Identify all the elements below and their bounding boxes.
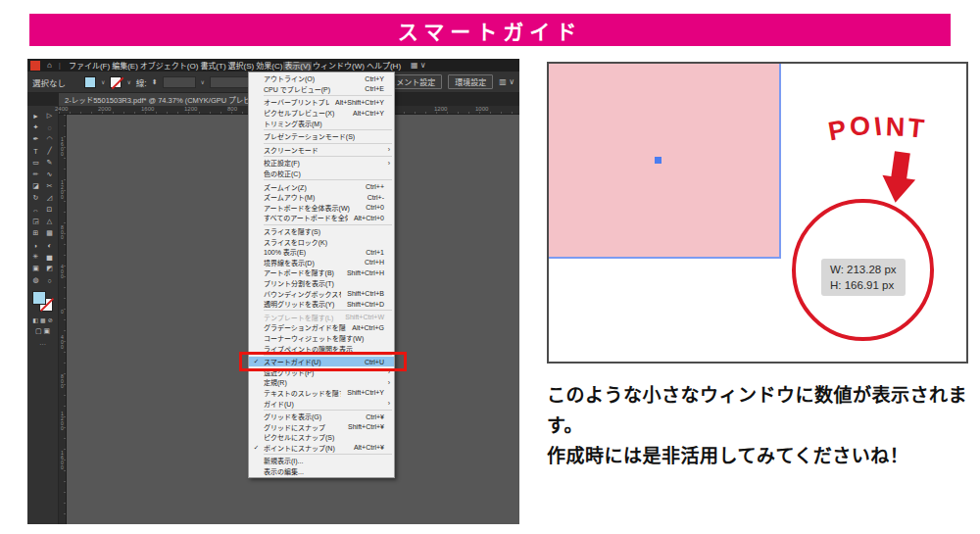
artboard-tool-icon[interactable]: ▣ [29, 263, 43, 274]
mesh-tool-icon[interactable]: ⊞ [29, 227, 43, 239]
shaper-tool-icon[interactable]: ∿ [43, 169, 57, 180]
home-icon[interactable]: ⌂ [47, 61, 52, 70]
menu-item[interactable]: ✓ポイントにスナップ(N)Alt+Ctrl+¥ [249, 443, 394, 454]
free-transform-tool-icon[interactable]: ⊡ [43, 204, 57, 216]
menu-item[interactable]: オーバープリントプレビュー(V)Alt+Shift+Ctrl+Y [249, 97, 394, 108]
stroke-color-swatch[interactable] [110, 76, 122, 88]
menu-item[interactable]: 定規(R)› [249, 377, 394, 388]
scale-tool-icon[interactable]: ◿ [43, 192, 57, 204]
menu-item[interactable]: 表示の編集... [249, 466, 394, 477]
menu-item[interactable]: アートボードを隠す(B)Shift+Ctrl+H [249, 267, 394, 278]
menu-item[interactable]: スクリーンモード› [249, 145, 394, 156]
workspace-switcher-icon[interactable]: ▦ ∨ [411, 61, 426, 70]
submenu-arrow-icon: › [384, 379, 390, 386]
menu-item[interactable]: グリッドを表示(G)Ctrl+¥ [249, 412, 394, 422]
paintbrush-tool-icon[interactable]: ✎ [43, 157, 57, 169]
pencil-tool-icon[interactable]: ✏ [29, 169, 43, 180]
stroke-caret-icon[interactable]: ∨ [126, 78, 130, 85]
menu-item[interactable]: 校正設定(F)› [249, 158, 394, 169]
drawn-rectangle[interactable] [549, 64, 781, 259]
stroke-weight-stepper[interactable]: ⬍ [152, 78, 158, 86]
menu-item[interactable]: 透明グリッドを表示(Y)Shift+Ctrl+D [249, 299, 394, 310]
menu-item[interactable]: プレゼンテーションモード(S) [249, 131, 394, 142]
menu-item[interactable]: アートボードを全体表示(W)Ctrl+0 [249, 203, 394, 214]
eraser-tool-icon[interactable]: ◪ [29, 180, 43, 192]
menu-item[interactable]: トリミング表示(M) [249, 118, 394, 128]
scissors-tool-icon[interactable]: ✂ [43, 180, 57, 192]
draw-mode-icon[interactable]: ▢ [35, 327, 42, 335]
fill-stroke-indicator[interactable] [32, 291, 54, 313]
menu-item[interactable]: グラデーションガイドを隠すAlt+Ctrl+G [249, 322, 394, 333]
menu-item[interactable]: コーナーウィジェットを隠す(W) [249, 333, 394, 344]
menu-item[interactable]: ✓スマートガイド(U)Ctrl+U [249, 357, 394, 367]
color-mode-icon[interactable]: ◧ [32, 316, 38, 323]
menu-item[interactable]: プリント分割を表示(T) [249, 278, 394, 289]
eyedropper-tool-icon[interactable]: ◗ [29, 239, 43, 251]
menu-item[interactable]: アウトライン(O)Ctrl+Y [249, 73, 394, 84]
column-graph-tool-icon[interactable]: ▅ [43, 251, 57, 263]
menu-item[interactable]: 100% 表示(E)Ctrl+1 [249, 247, 394, 258]
menubar-item[interactable]: ウィンドウ(W) [312, 62, 366, 71]
menu-item[interactable]: ズームアウト(M)Ctrl+- [249, 192, 394, 203]
shape-builder-tool-icon[interactable]: ◲ [29, 216, 43, 227]
stroke-weight-field[interactable] [163, 76, 196, 88]
pen-tool-icon[interactable]: ✒ [29, 133, 43, 145]
hand-tool-icon[interactable]: ◍ [29, 274, 43, 286]
gradient-tool-icon[interactable]: ▩ [43, 227, 57, 239]
magic-wand-tool-icon[interactable]: ✦ [29, 121, 43, 133]
curvature-tool-icon[interactable]: ◠ [43, 133, 57, 145]
selection-tool-icon[interactable]: ► [29, 110, 43, 121]
menu-item[interactable]: ズームイン(Z)Ctrl++ [249, 181, 394, 192]
menubar-item[interactable]: ヘルプ(H) [366, 62, 402, 71]
perspective-grid-tool-icon[interactable]: △ [43, 216, 57, 227]
vertical-ruler[interactable]: 16001200800400040080012001600 [59, 115, 67, 524]
selection-anchor-point[interactable] [655, 157, 662, 164]
fill-caret-icon[interactable]: ∨ [101, 78, 105, 85]
rotate-tool-icon[interactable]: ↻ [29, 192, 43, 204]
menu-item-label: すべてのアートボードを全体表示(L) [264, 213, 348, 222]
menu-item[interactable]: CPU でプレビュー(P)Ctrl+E [249, 84, 394, 95]
menubar-item[interactable]: オブジェクト(O) [139, 62, 200, 71]
line-segment-tool-icon[interactable]: ╱ [43, 145, 57, 157]
color-mode-icon[interactable]: ⊘ [48, 316, 53, 323]
menubar-item[interactable]: ファイル(F) [68, 62, 111, 71]
symbol-sprayer-tool-icon[interactable]: ✳ [29, 251, 43, 263]
menu-item[interactable]: ピクセルプレビュー(X)Alt+Ctrl+Y [249, 108, 394, 119]
menu-item[interactable]: バウンディングボックスを隠す(X)Shift+Ctrl+B [249, 288, 394, 299]
menubar-item[interactable]: 効果(C) [255, 62, 283, 71]
lasso-tool-icon[interactable]: ◌ [43, 121, 57, 133]
submenu-arrow-icon: › [384, 146, 390, 153]
menubar-item[interactable]: 表示(V) [283, 62, 312, 71]
fill-swatch[interactable] [32, 291, 46, 305]
draw-mode-icon[interactable]: ▣ [44, 327, 51, 335]
edit-toolbar-icon[interactable]: ⋯ [39, 341, 46, 349]
preferences-button[interactable]: 環境設定 [448, 74, 493, 89]
fill-color-swatch[interactable] [84, 76, 96, 88]
menu-item[interactable]: グリッドにスナップShift+Ctrl+¥ [249, 421, 394, 432]
color-mode-icon[interactable]: ▩ [40, 316, 46, 323]
field-caret-icon[interactable]: ∨ [201, 78, 205, 85]
menubar-item[interactable]: 書式(T) [199, 62, 226, 71]
menubar-item[interactable]: 選択(S) [227, 62, 256, 71]
menu-item[interactable]: すべてのアートボードを全体表示(L)Alt+Ctrl+0 [249, 213, 394, 223]
menu-item[interactable]: スライスを隠す(S) [249, 226, 394, 237]
menu-item[interactable]: 色の校正(C) [249, 169, 394, 179]
ruler-label: 1200 [60, 179, 66, 199]
menu-item[interactable]: 新規表示(I)... [249, 456, 394, 466]
menu-item[interactable]: ライブペイントの隙間を表示 [249, 343, 394, 354]
zoom-tool-icon[interactable]: ○ [43, 274, 57, 286]
blend-tool-icon[interactable]: ◐ [43, 239, 57, 251]
menu-item[interactable]: ガイド(U)› [249, 398, 394, 409]
menu-item-label: 校正設定(F) [264, 158, 384, 168]
menu-item[interactable]: テキストのスレッドを隠す(H)Shift+Ctrl+Y [249, 388, 394, 399]
menu-item[interactable]: ピクセルにスナップ(S) [249, 432, 394, 443]
panel-options-icon[interactable]: ▥ ∨ [499, 77, 514, 86]
menu-item[interactable]: 境界線を表示(D)Ctrl+H [249, 258, 394, 268]
rectangle-tool-icon[interactable]: ▭ [29, 157, 43, 169]
menu-item[interactable]: 遠近グリッド(P)› [249, 366, 394, 377]
menu-item[interactable]: スライスをロック(K) [249, 236, 394, 247]
menubar-item[interactable]: 編集(E) [111, 62, 139, 71]
type-tool-icon[interactable]: T [29, 145, 43, 157]
width-tool-icon[interactable]: ⇔ [29, 204, 43, 216]
slice-tool-icon[interactable]: ◩ [43, 263, 57, 274]
